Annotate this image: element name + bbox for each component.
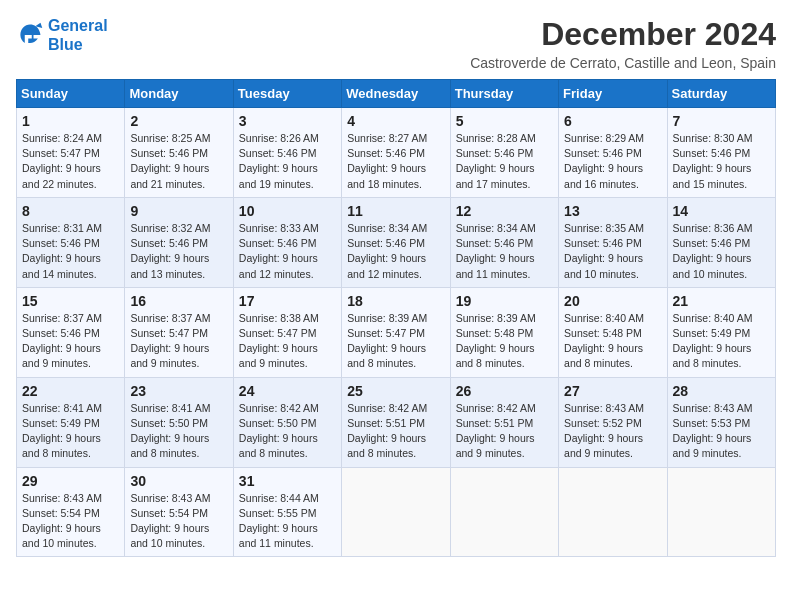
calendar-cell: 20 Sunrise: 8:40 AM Sunset: 5:48 PM Dayl… [559, 287, 667, 377]
calendar-cell: 18 Sunrise: 8:39 AM Sunset: 5:47 PM Dayl… [342, 287, 450, 377]
calendar-cell: 31 Sunrise: 8:44 AM Sunset: 5:55 PM Dayl… [233, 467, 341, 557]
day-number: 6 [564, 113, 661, 129]
calendar-cell: 2 Sunrise: 8:25 AM Sunset: 5:46 PM Dayli… [125, 108, 233, 198]
day-number: 23 [130, 383, 227, 399]
calendar-cell [559, 467, 667, 557]
calendar-cell: 9 Sunrise: 8:32 AM Sunset: 5:46 PM Dayli… [125, 197, 233, 287]
day-number: 8 [22, 203, 119, 219]
day-info: Sunrise: 8:36 AM Sunset: 5:46 PM Dayligh… [673, 221, 770, 282]
week-row-3: 15 Sunrise: 8:37 AM Sunset: 5:46 PM Dayl… [17, 287, 776, 377]
calendar-cell: 24 Sunrise: 8:42 AM Sunset: 5:50 PM Dayl… [233, 377, 341, 467]
day-info: Sunrise: 8:39 AM Sunset: 5:48 PM Dayligh… [456, 311, 553, 372]
day-number: 22 [22, 383, 119, 399]
calendar-cell: 1 Sunrise: 8:24 AM Sunset: 5:47 PM Dayli… [17, 108, 125, 198]
calendar-cell: 7 Sunrise: 8:30 AM Sunset: 5:46 PM Dayli… [667, 108, 775, 198]
day-info: Sunrise: 8:43 AM Sunset: 5:54 PM Dayligh… [130, 491, 227, 552]
calendar-cell: 19 Sunrise: 8:39 AM Sunset: 5:48 PM Dayl… [450, 287, 558, 377]
day-number: 29 [22, 473, 119, 489]
calendar-cell: 29 Sunrise: 8:43 AM Sunset: 5:54 PM Dayl… [17, 467, 125, 557]
weekday-header-thursday: Thursday [450, 80, 558, 108]
day-number: 21 [673, 293, 770, 309]
calendar-cell: 22 Sunrise: 8:41 AM Sunset: 5:49 PM Dayl… [17, 377, 125, 467]
calendar-cell: 30 Sunrise: 8:43 AM Sunset: 5:54 PM Dayl… [125, 467, 233, 557]
day-number: 24 [239, 383, 336, 399]
day-info: Sunrise: 8:40 AM Sunset: 5:49 PM Dayligh… [673, 311, 770, 372]
logo-text: General Blue [48, 16, 108, 54]
week-row-5: 29 Sunrise: 8:43 AM Sunset: 5:54 PM Dayl… [17, 467, 776, 557]
day-number: 30 [130, 473, 227, 489]
day-info: Sunrise: 8:37 AM Sunset: 5:46 PM Dayligh… [22, 311, 119, 372]
day-number: 3 [239, 113, 336, 129]
day-info: Sunrise: 8:41 AM Sunset: 5:50 PM Dayligh… [130, 401, 227, 462]
weekday-header-friday: Friday [559, 80, 667, 108]
day-info: Sunrise: 8:24 AM Sunset: 5:47 PM Dayligh… [22, 131, 119, 192]
month-year: December 2024 [470, 16, 776, 53]
day-info: Sunrise: 8:32 AM Sunset: 5:46 PM Dayligh… [130, 221, 227, 282]
calendar-cell: 6 Sunrise: 8:29 AM Sunset: 5:46 PM Dayli… [559, 108, 667, 198]
day-info: Sunrise: 8:42 AM Sunset: 5:51 PM Dayligh… [456, 401, 553, 462]
day-info: Sunrise: 8:42 AM Sunset: 5:51 PM Dayligh… [347, 401, 444, 462]
day-number: 16 [130, 293, 227, 309]
calendar-cell: 28 Sunrise: 8:43 AM Sunset: 5:53 PM Dayl… [667, 377, 775, 467]
day-number: 15 [22, 293, 119, 309]
day-info: Sunrise: 8:28 AM Sunset: 5:46 PM Dayligh… [456, 131, 553, 192]
day-number: 7 [673, 113, 770, 129]
day-info: Sunrise: 8:38 AM Sunset: 5:47 PM Dayligh… [239, 311, 336, 372]
day-number: 25 [347, 383, 444, 399]
calendar-cell: 23 Sunrise: 8:41 AM Sunset: 5:50 PM Dayl… [125, 377, 233, 467]
day-number: 5 [456, 113, 553, 129]
day-info: Sunrise: 8:34 AM Sunset: 5:46 PM Dayligh… [347, 221, 444, 282]
week-row-2: 8 Sunrise: 8:31 AM Sunset: 5:46 PM Dayli… [17, 197, 776, 287]
day-info: Sunrise: 8:26 AM Sunset: 5:46 PM Dayligh… [239, 131, 336, 192]
location: Castroverde de Cerrato, Castille and Leo… [470, 55, 776, 71]
day-info: Sunrise: 8:35 AM Sunset: 5:46 PM Dayligh… [564, 221, 661, 282]
day-info: Sunrise: 8:30 AM Sunset: 5:46 PM Dayligh… [673, 131, 770, 192]
day-number: 27 [564, 383, 661, 399]
day-number: 4 [347, 113, 444, 129]
header: General Blue December 2024 Castroverde d… [16, 16, 776, 71]
weekday-header-tuesday: Tuesday [233, 80, 341, 108]
calendar-cell: 26 Sunrise: 8:42 AM Sunset: 5:51 PM Dayl… [450, 377, 558, 467]
calendar-cell: 25 Sunrise: 8:42 AM Sunset: 5:51 PM Dayl… [342, 377, 450, 467]
calendar-cell: 15 Sunrise: 8:37 AM Sunset: 5:46 PM Dayl… [17, 287, 125, 377]
day-info: Sunrise: 8:29 AM Sunset: 5:46 PM Dayligh… [564, 131, 661, 192]
day-info: Sunrise: 8:25 AM Sunset: 5:46 PM Dayligh… [130, 131, 227, 192]
day-number: 31 [239, 473, 336, 489]
day-info: Sunrise: 8:37 AM Sunset: 5:47 PM Dayligh… [130, 311, 227, 372]
day-info: Sunrise: 8:43 AM Sunset: 5:54 PM Dayligh… [22, 491, 119, 552]
day-number: 9 [130, 203, 227, 219]
title-block: December 2024 Castroverde de Cerrato, Ca… [470, 16, 776, 71]
weekday-header-sunday: Sunday [17, 80, 125, 108]
calendar-cell: 4 Sunrise: 8:27 AM Sunset: 5:46 PM Dayli… [342, 108, 450, 198]
calendar-cell: 11 Sunrise: 8:34 AM Sunset: 5:46 PM Dayl… [342, 197, 450, 287]
day-info: Sunrise: 8:39 AM Sunset: 5:47 PM Dayligh… [347, 311, 444, 372]
logo: General Blue [16, 16, 108, 54]
day-info: Sunrise: 8:27 AM Sunset: 5:46 PM Dayligh… [347, 131, 444, 192]
calendar-cell: 8 Sunrise: 8:31 AM Sunset: 5:46 PM Dayli… [17, 197, 125, 287]
day-number: 1 [22, 113, 119, 129]
day-info: Sunrise: 8:41 AM Sunset: 5:49 PM Dayligh… [22, 401, 119, 462]
calendar-cell: 21 Sunrise: 8:40 AM Sunset: 5:49 PM Dayl… [667, 287, 775, 377]
day-number: 28 [673, 383, 770, 399]
day-number: 12 [456, 203, 553, 219]
day-number: 14 [673, 203, 770, 219]
day-info: Sunrise: 8:40 AM Sunset: 5:48 PM Dayligh… [564, 311, 661, 372]
day-number: 20 [564, 293, 661, 309]
logo-icon [16, 21, 44, 49]
calendar-cell: 5 Sunrise: 8:28 AM Sunset: 5:46 PM Dayli… [450, 108, 558, 198]
day-info: Sunrise: 8:42 AM Sunset: 5:50 PM Dayligh… [239, 401, 336, 462]
calendar-cell: 16 Sunrise: 8:37 AM Sunset: 5:47 PM Dayl… [125, 287, 233, 377]
day-info: Sunrise: 8:31 AM Sunset: 5:46 PM Dayligh… [22, 221, 119, 282]
day-info: Sunrise: 8:33 AM Sunset: 5:46 PM Dayligh… [239, 221, 336, 282]
calendar-cell [342, 467, 450, 557]
calendar-cell: 17 Sunrise: 8:38 AM Sunset: 5:47 PM Dayl… [233, 287, 341, 377]
calendar-cell [450, 467, 558, 557]
day-info: Sunrise: 8:34 AM Sunset: 5:46 PM Dayligh… [456, 221, 553, 282]
day-number: 10 [239, 203, 336, 219]
calendar-cell: 14 Sunrise: 8:36 AM Sunset: 5:46 PM Dayl… [667, 197, 775, 287]
day-number: 19 [456, 293, 553, 309]
day-info: Sunrise: 8:43 AM Sunset: 5:52 PM Dayligh… [564, 401, 661, 462]
day-number: 2 [130, 113, 227, 129]
calendar-cell: 12 Sunrise: 8:34 AM Sunset: 5:46 PM Dayl… [450, 197, 558, 287]
weekday-header-wednesday: Wednesday [342, 80, 450, 108]
